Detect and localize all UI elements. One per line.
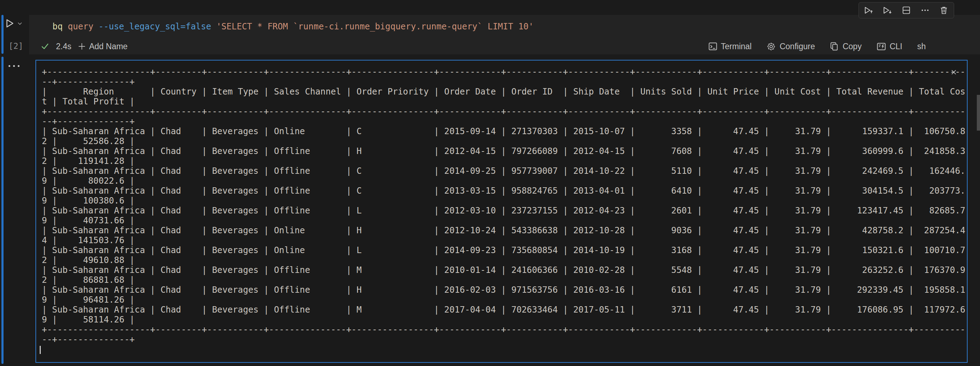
command-token: bq (52, 22, 63, 32)
split-cell-icon (901, 5, 911, 15)
terminal-line: 2 | 86881.68 | (42, 275, 966, 285)
copy-icon (830, 42, 839, 51)
terminal-output-panel[interactable]: +--------------------+---------+--------… (35, 60, 967, 363)
configure-action-button[interactable]: Configure (766, 42, 815, 51)
command-token: --use_legacy_sql=false (99, 22, 211, 32)
terminal-line: | Region | Country | Item Type | Sales C… (42, 87, 966, 97)
execute-below-button[interactable] (883, 5, 892, 15)
play-icon (4, 18, 15, 29)
cell-status-bar: 2.4s Add Name Terminal Configure (29, 38, 980, 55)
terminal-line: --+--------------+ (42, 77, 966, 87)
terminal-line: +--------------------+---------+--------… (42, 106, 966, 116)
more-actions-icon (920, 5, 930, 15)
close-output-button[interactable] (950, 68, 958, 76)
command-token: query (63, 22, 94, 32)
terminal-line: | Sub-Saharan Africa | Chad | Beverages … (42, 186, 966, 196)
run-cell-button[interactable] (4, 17, 23, 30)
terminal-line: | Sub-Saharan Africa | Chad | Beverages … (42, 126, 966, 136)
terminal-line: | Sub-Saharan Africa | Chad | Beverages … (42, 305, 966, 315)
terminal-line: 9 | 96481.26 | (42, 295, 966, 305)
terminal-line: +--------------------+---------+--------… (42, 67, 966, 77)
add-name-label: Add Name (89, 42, 127, 51)
command-editor[interactable]: bq query --use_legacy_sql=false 'SELECT … (29, 15, 980, 38)
cli-action-label: CLI (890, 42, 902, 51)
trash-icon (939, 5, 949, 15)
command-token: 'SELECT * FROM `runme-ci.runme_bigquery.… (211, 22, 534, 32)
terminal-line: t | Total Profit | (42, 97, 966, 106)
terminal-line: 9 | 40731.66 | (42, 215, 966, 225)
terminal-action-label: Terminal (721, 42, 752, 51)
terminal-line: --+--------------+ (42, 116, 966, 126)
more-actions-button[interactable] (920, 5, 930, 15)
terminal-icon (708, 42, 718, 51)
delete-cell-button[interactable] (939, 5, 949, 15)
execute-above-icon (864, 5, 874, 16)
cell-more-dots[interactable] (8, 62, 23, 70)
copy-action-label: Copy (843, 42, 862, 51)
gear-icon (766, 42, 776, 51)
terminal-line: | Sub-Saharan Africa | Chad | Beverages … (42, 285, 966, 295)
terminal-line: --+--------------+ (42, 334, 966, 344)
command-line[interactable]: bq query --use_legacy_sql=false 'SELECT … (52, 15, 534, 38)
terminal-line: | Sub-Saharan Africa | Chad | Beverages … (42, 225, 966, 235)
copy-action-button[interactable]: Copy (830, 42, 862, 51)
terminal-line: 9 | 80022.6 | (42, 176, 966, 186)
execution-count-badge: [2] (8, 41, 23, 51)
cli-action-button[interactable]: CLI (877, 42, 902, 51)
language-badge: sh (917, 42, 926, 51)
success-check-icon (40, 42, 49, 51)
terminal-line: | Sub-Saharan Africa | Chad | Beverages … (42, 265, 966, 275)
cell-toolbar (859, 2, 954, 18)
notebook-cell: bq query --use_legacy_sql=false 'SELECT … (29, 15, 980, 55)
terminal-action-button[interactable]: Terminal (708, 42, 752, 51)
terminal-line: | Sub-Saharan Africa | Chad | Beverages … (42, 245, 966, 255)
terminal-cursor-line (42, 344, 966, 354)
terminal-line: 2 | 119141.28 | (42, 156, 966, 166)
cli-icon (877, 42, 886, 51)
close-icon (950, 69, 957, 76)
scrollbar-thumb[interactable] (977, 95, 980, 131)
terminal-output: +--------------------+---------+--------… (42, 67, 966, 354)
terminal-line: | Sub-Saharan Africa | Chad | Beverages … (42, 166, 966, 176)
split-cell-button[interactable] (901, 5, 911, 15)
plus-icon (78, 42, 86, 51)
add-name-button[interactable]: Add Name (78, 42, 127, 51)
terminal-line: 2 | 49610.88 | (42, 255, 966, 265)
execute-above-button[interactable] (864, 5, 874, 15)
configure-action-label: Configure (780, 42, 815, 51)
terminal-line: 9 | 100380.6 | (42, 196, 966, 206)
command-token (94, 22, 99, 32)
chevron-down-icon[interactable] (17, 21, 23, 26)
output-focus-bar (2, 57, 3, 364)
terminal-line: | Sub-Saharan Africa | Chad | Beverages … (42, 146, 966, 156)
cell-focus-bar (2, 15, 3, 54)
terminal-line: 9 | 58114.26 | (42, 315, 966, 325)
terminal-line: 4 | 141503.76 | (42, 235, 966, 245)
terminal-line: 2 | 52586.28 | (42, 136, 966, 146)
terminal-line: | Sub-Saharan Africa | Chad | Beverages … (42, 206, 966, 215)
duration-label: 2.4s (56, 42, 71, 51)
terminal-line: +--------------------+---------+--------… (42, 325, 966, 334)
terminal-cursor (40, 346, 41, 354)
execute-below-icon (882, 5, 893, 16)
